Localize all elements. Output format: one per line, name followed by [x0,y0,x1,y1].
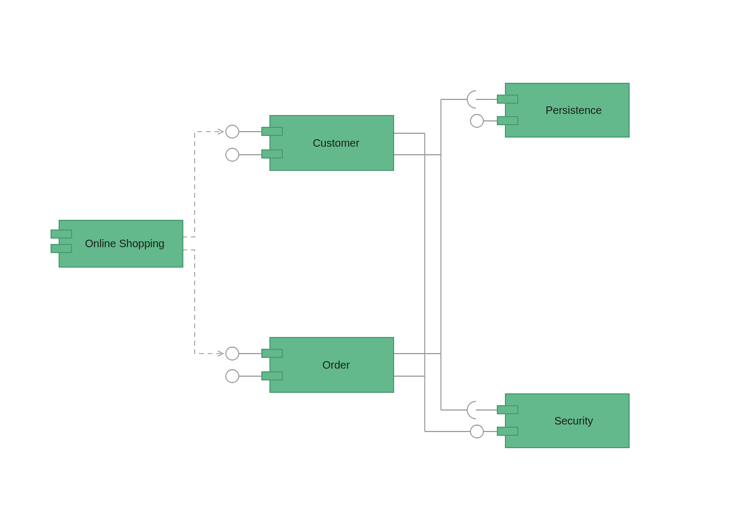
svg-rect-31 [262,372,282,380]
svg-rect-37 [497,427,518,435]
trunk-outer [394,133,470,432]
component-order[interactable]: Order [262,337,394,392]
component-security-label: Security [554,415,593,427]
component-customer-label: Customer [313,137,360,149]
svg-point-0 [226,125,239,138]
svg-point-9 [470,114,483,127]
component-online-shopping-label: Online Shopping [85,238,165,249]
component-persistence-label: Persistence [546,104,602,116]
svg-rect-30 [262,349,282,357]
svg-point-2 [226,148,239,161]
svg-point-4 [226,347,239,360]
component-persistence[interactable]: Persistence [497,83,629,137]
dep-onlineshopping-to-order [182,250,223,354]
component-order-label: Order [322,359,350,371]
svg-point-12 [470,425,483,438]
component-online-shopping[interactable]: Online Shopping [51,220,183,267]
svg-rect-24 [51,230,72,238]
svg-rect-25 [51,245,72,253]
svg-rect-34 [497,117,518,125]
svg-rect-27 [262,127,282,135]
trunk-inner [394,99,467,410]
component-security[interactable]: Security [497,394,629,448]
dep-onlineshopping-to-customer [182,132,223,237]
svg-rect-36 [497,406,518,414]
component-diagram: Online Shopping Customer Order Persisten… [0,0,756,532]
svg-rect-28 [262,150,282,158]
component-customer[interactable]: Customer [262,116,394,170]
svg-point-6 [226,370,239,383]
svg-rect-33 [497,95,518,103]
